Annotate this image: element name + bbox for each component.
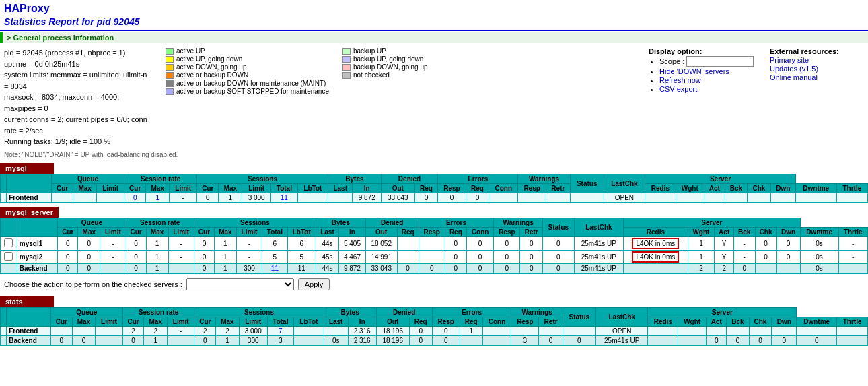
legend-right: backup UP backup UP, going down backup D…: [342, 47, 428, 148]
note-text: Note: "NOLB"/"DRAIN" = UP with load-bala…: [0, 150, 868, 159]
th-sessions: Sessions: [197, 174, 328, 183]
th-bytes: Bytes: [328, 174, 381, 183]
online-manual-link[interactable]: Online manual: [770, 73, 818, 82]
pid-line: pid = 92045 (process #1, nbproc = 1): [4, 49, 125, 57]
external-resources-title: External resources:: [770, 47, 864, 55]
hide-down-servers-link[interactable]: Hide 'DOWN' servers: [659, 67, 729, 75]
info-text: pid = 92045 (process #1, nbproc = 1) upt…: [4, 47, 152, 148]
action-label: Choose the action to perform on the chec…: [4, 280, 182, 288]
csv-export-link[interactable]: CSV export: [659, 85, 697, 93]
th-chk: [1, 174, 7, 193]
mysql-server-proxy-section: mysql_server Queue Session rate Sessions…: [0, 207, 868, 274]
refresh-now-link[interactable]: Refresh now: [659, 76, 701, 84]
mysql-server-stats-table: Queue Session rate Sessions Bytes Denied…: [0, 218, 868, 274]
lastchk-mysql1: L4OK in 0ms: [632, 238, 679, 249]
page-title: HAProxy: [0, 0, 868, 15]
maxsock-line: maxsock = 8034; maxconn = 4000; maxpipes…: [4, 93, 119, 112]
th-errors: Errors: [438, 174, 518, 183]
th-name: [7, 174, 52, 193]
table-row: Frontend 01- 013 00011 9 87233 043 00 0 …: [1, 193, 868, 202]
mysql-proxy-title: mysql: [0, 163, 54, 174]
stats-proxy-section: stats Queue Session rate Sessions Bytes …: [0, 296, 868, 346]
th-warnings: Warnings: [518, 174, 571, 183]
mysql-proxy-section: mysql Queue Session rate Sessions Bytes …: [0, 163, 868, 203]
primary-site-link[interactable]: Primary site: [770, 56, 809, 64]
legend-area: active UP active UP, going down active D…: [166, 47, 635, 148]
th-queue: Queue: [51, 174, 124, 183]
table-row: Backend 00 01 0130030s 2 31618 196 00 3 …: [1, 335, 868, 345]
updates-link[interactable]: Updates (v1.5): [770, 65, 818, 73]
scope-input[interactable]: [686, 56, 754, 67]
action-select[interactable]: Set state to READY Set state to DRAIN Se…: [186, 278, 294, 290]
th-server: Server: [645, 174, 796, 183]
legend-left: active UP active UP, going down active D…: [166, 47, 329, 148]
mysql-server-proxy-title: mysql_server: [0, 207, 59, 218]
table-row: mysql1 00- 01- 01-6644s 5 40518 052 000 …: [1, 236, 868, 250]
stats-proxy-title: stats: [0, 296, 54, 307]
table-row: Backend 00 01 01300111144s 9 87233 043 0…: [1, 263, 868, 273]
th-denied: Denied: [381, 174, 437, 183]
table-row: Frontend 22- 223 0007 2 31618 196 00 1 O…: [1, 326, 868, 335]
th-lastchk: LastChk: [604, 174, 645, 193]
th-status: Status: [570, 174, 604, 193]
general-section-header: > General process information: [0, 32, 868, 43]
table-row: mysql2 00- 01- 01-5545s 4 46714 991 000 …: [1, 250, 868, 263]
th-session-rate: Session rate: [124, 174, 197, 183]
stats-stats-table: Queue Session rate Sessions Bytes Denied…: [0, 307, 868, 346]
display-options-title: Display option:: [649, 47, 756, 55]
action-row: Choose the action to perform on the chec…: [0, 276, 868, 292]
display-options: Display option: Scope : Hide 'DOWN' serv…: [649, 47, 756, 148]
uptime-line: uptime = 0d 0h25m41s: [4, 60, 79, 68]
syslimits-line: system limits: memmax = unlimited; ulimi…: [4, 71, 147, 90]
stats-title: Statistics Report for pid 92045: [0, 15, 868, 28]
server-checkbox-mysql2[interactable]: [4, 252, 13, 261]
tasks-line: Running tasks: 1/9; idle = 100 %: [4, 137, 110, 146]
external-resources: External resources: Primary site Updates…: [770, 47, 864, 148]
lastchk-mysql2: L4OK in 0ms: [632, 251, 679, 263]
conns-line: current conns = 2; current pipes = 0/0; …: [4, 115, 147, 135]
mysql-stats-table: Queue Session rate Sessions Bytes Denied…: [0, 174, 868, 203]
server-checkbox-mysql1[interactable]: [4, 238, 13, 247]
apply-button[interactable]: Apply: [298, 278, 330, 290]
